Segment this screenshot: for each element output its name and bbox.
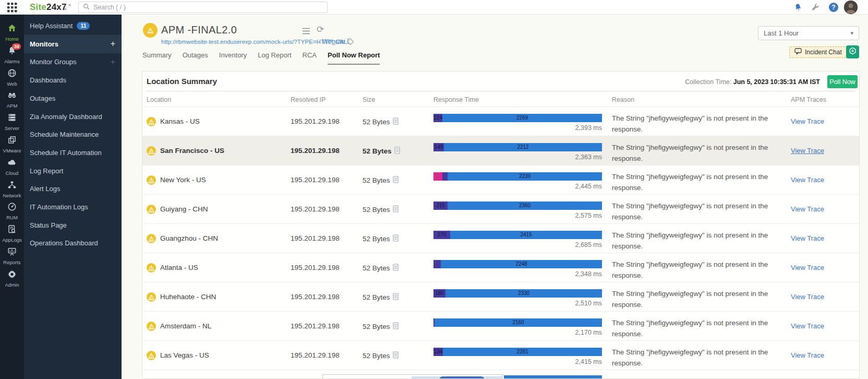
response-time-bar: 1492212 xyxy=(433,143,602,151)
sidebar-item-dashboards[interactable]: Dashboards xyxy=(24,71,122,89)
rail-item-home[interactable]: Home xyxy=(0,23,24,42)
rail-item-alarms[interactable]: 34Alarms xyxy=(0,45,24,64)
tab-poll-now-report[interactable]: Poll Now Report xyxy=(328,51,380,65)
rail-item-rum[interactable]: RUM xyxy=(0,202,24,220)
tab-outages[interactable]: Outages xyxy=(183,51,208,65)
sidebar-item-it-automation-logs[interactable]: IT Automation Logs xyxy=(24,198,122,216)
tab-inventory[interactable]: Inventory xyxy=(219,51,247,65)
response-bar-segment-purple xyxy=(442,172,448,181)
view-trace-link[interactable]: View Trace xyxy=(791,176,824,184)
document-icon[interactable] xyxy=(393,293,399,302)
poll-now-button[interactable]: Poll Now xyxy=(827,75,858,88)
search-input[interactable]: Search ( / ) xyxy=(78,2,328,13)
rail-item-applogs[interactable]: AppLogs xyxy=(0,224,24,243)
sidebar-item-log-report[interactable]: Log Report xyxy=(24,162,122,180)
view-trace-link[interactable]: View Trace xyxy=(791,293,824,301)
add-icon[interactable]: + xyxy=(111,57,115,67)
document-icon[interactable] xyxy=(393,264,399,273)
icon-rail: 12:06 PM 5 Jun, 23 Home34AlarmsWebAPMSer… xyxy=(0,15,24,379)
document-icon[interactable] xyxy=(393,351,399,360)
rail-item-cloud[interactable]: Cloud xyxy=(0,157,24,176)
document-icon[interactable] xyxy=(394,147,400,156)
sidebar: Help Assistant11Monitors+Monitor Groups+… xyxy=(24,15,122,379)
help-icon[interactable]: ? xyxy=(829,3,838,12)
rail-item-server[interactable]: Server xyxy=(0,112,24,131)
refresh-icon[interactable]: ⟳ xyxy=(317,24,324,35)
sidebar-item-alert-logs[interactable]: Alert Logs xyxy=(24,180,122,198)
table-row: Kansas - US195.201.29.19852 Bytes1242269… xyxy=(142,106,859,136)
view-trace-link[interactable]: View Trace xyxy=(791,205,824,213)
document-icon[interactable] xyxy=(393,176,399,185)
location-name: Atlanta - US xyxy=(160,264,198,271)
response-bar-segment-purple: 215 xyxy=(433,202,448,210)
tab-log-report[interactable]: Log Report xyxy=(258,51,291,65)
document-icon[interactable] xyxy=(393,117,399,126)
sidebar-item-help-assistant[interactable]: Help Assistant11 xyxy=(24,17,122,35)
rail-item-vmware[interactable]: VMware xyxy=(0,135,24,153)
response-time-bar: 2239 xyxy=(433,172,602,181)
response-size: 52 Bytes xyxy=(363,264,399,273)
response-time-total: 2,170 ms xyxy=(433,329,602,336)
rail-item-label: VMware xyxy=(0,148,24,153)
rail-item-reports[interactable]: Reports xyxy=(0,246,24,265)
sidebar-item-monitor-groups[interactable]: Monitor Groups+ xyxy=(24,53,122,71)
resolved-ip: 195.201.29.198 xyxy=(291,176,340,184)
rail-item-web[interactable]: Web xyxy=(0,68,24,87)
view-trace-link[interactable]: View Trace xyxy=(791,147,824,155)
sidebar-item-monitors[interactable]: Monitors+ xyxy=(24,35,122,53)
hamburger-menu-icon[interactable] xyxy=(302,27,310,37)
tab-summary[interactable]: Summary xyxy=(142,51,172,65)
openai-icon xyxy=(848,46,857,57)
sidebar-item-schedule-maintenance[interactable]: Schedule Maintenance xyxy=(24,125,122,144)
expand-icon[interactable] xyxy=(64,3,71,13)
sidebar-item-operations-dashboard[interactable]: Operations Dashboard xyxy=(24,234,122,252)
tooltip-bar-track xyxy=(412,376,503,379)
response-size: 52 Bytes xyxy=(363,205,399,214)
add-icon[interactable]: + xyxy=(111,39,115,49)
tag-icon[interactable] xyxy=(347,38,354,48)
rail-item-label: Admin xyxy=(0,282,24,288)
rail-item-admin[interactable]: Admin xyxy=(0,269,24,288)
document-icon[interactable] xyxy=(393,234,399,243)
sidebar-item-label: Outages xyxy=(30,94,55,102)
time-range-dropdown[interactable]: Last 1 Hour ▾ xyxy=(758,26,859,40)
site24x7-logo[interactable]: Site24x7 xyxy=(30,2,67,13)
view-trace-link[interactable]: View Trace xyxy=(791,234,824,242)
response-size: 52 Bytes xyxy=(363,147,400,156)
document-icon[interactable] xyxy=(393,205,399,214)
warning-icon xyxy=(147,263,156,273)
rail-item-apm[interactable]: APM xyxy=(0,90,24,109)
rail-item-network[interactable]: Network xyxy=(0,180,24,198)
view-trace-link[interactable]: View Trace xyxy=(791,351,824,359)
avatar[interactable] xyxy=(844,1,858,14)
wrench-icon[interactable] xyxy=(811,3,820,14)
document-icon[interactable] xyxy=(393,322,399,331)
tooltip-bar-segment xyxy=(439,376,485,379)
reason-text: The String "jhefigyweigfegwy" is not pre… xyxy=(612,347,771,369)
monitor-type-link[interactable]: Website xyxy=(322,38,345,45)
search-icon xyxy=(83,3,90,12)
view-trace-link[interactable]: View Trace xyxy=(791,264,824,271)
app-grid-icon[interactable] xyxy=(6,2,18,13)
incident-chat-label: Incident Chat xyxy=(805,49,842,56)
card-divider xyxy=(147,91,855,91)
response-time-total: 2,510 ms xyxy=(433,300,602,307)
top-bar: Site24x7 Search ( / ) ? xyxy=(0,0,868,15)
sidebar-item-outages[interactable]: Outages xyxy=(24,89,122,108)
tab-rca[interactable]: RCA xyxy=(303,51,317,65)
sidebar-item-label: Zia Anomaly Dashboard xyxy=(30,113,102,121)
table-row-partial: The String "jhefigyweigfegwy" is not pre… xyxy=(142,370,859,379)
sidebar-item-zia-anomaly-dashboard[interactable]: Zia Anomaly Dashboard xyxy=(24,108,122,126)
ai-assistant-button[interactable] xyxy=(846,45,859,58)
reason-text: The String "jhefigyweigfegwy" is not pre… xyxy=(612,113,771,135)
applogs-icon xyxy=(7,224,17,234)
sidebar-item-status-page[interactable]: Status Page xyxy=(24,216,122,234)
sidebar-item-schedule-it-automation[interactable]: Schedule IT Automation xyxy=(24,144,122,162)
incident-chat-button[interactable]: Incident Chat xyxy=(789,46,847,58)
table-row: Guiyang - CHN195.201.29.19852 Bytes21523… xyxy=(142,194,859,223)
response-bar-segment-purple: 124 xyxy=(433,114,442,122)
notification-bell-icon[interactable] xyxy=(793,3,803,14)
view-trace-link[interactable]: View Trace xyxy=(791,322,824,330)
view-trace-link[interactable]: View Trace xyxy=(791,117,824,125)
response-time-bar: 1242269 xyxy=(433,114,602,122)
